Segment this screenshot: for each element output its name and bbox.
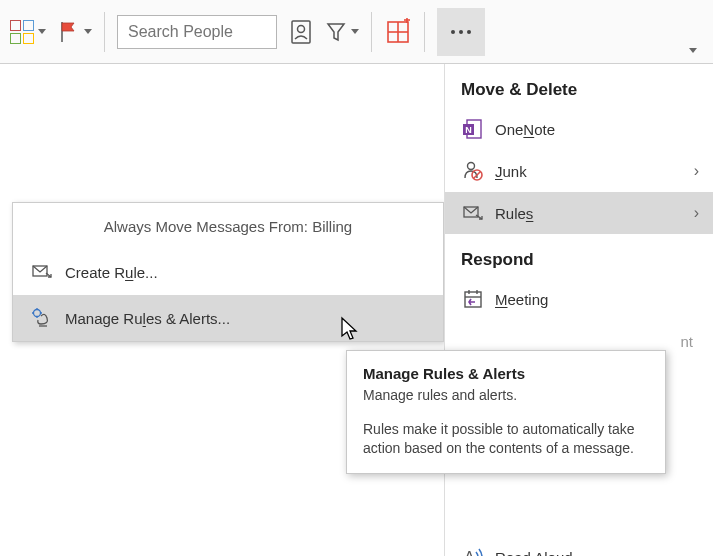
junk-label: Junk: [495, 163, 527, 180]
create-rule-icon: [29, 263, 55, 281]
ribbon-divider: [371, 12, 372, 52]
chevron-right-icon: ›: [694, 162, 699, 180]
menu-item-rules[interactable]: Rules ›: [445, 192, 713, 234]
flag-icon: [58, 20, 80, 44]
ellipsis-icon: [451, 30, 471, 34]
tooltip-line2: Rules make it possible to automatically …: [363, 420, 649, 459]
grid-plus-icon: [384, 18, 412, 46]
svg-text:N: N: [465, 125, 472, 135]
menu-item-onenote[interactable]: N OneNote: [445, 108, 713, 150]
meeting-label: Meeting: [495, 291, 548, 308]
filter-button[interactable]: [319, 12, 365, 52]
create-rule-label: Create Rule...: [65, 264, 158, 281]
overflow-menu: Move & Delete N OneNote Junk › Rules › R…: [444, 64, 713, 556]
rules-icon: [459, 203, 487, 223]
chevron-down-icon: [84, 29, 92, 34]
rules-submenu-header: Always Move Messages From: Billing: [13, 203, 443, 249]
follow-up-flag-button[interactable]: [52, 12, 98, 52]
always-move-label: Always Move Messages From: Billing: [104, 218, 352, 235]
tooltip-line1: Manage rules and alerts.: [363, 386, 649, 406]
ribbon-toolbar: [0, 0, 713, 64]
tooltip-manage-rules: Manage Rules & Alerts Manage rules and a…: [346, 350, 666, 474]
filter-icon: [325, 20, 347, 44]
meeting-icon: [459, 288, 487, 310]
rules-submenu: Always Move Messages From: Billing Creat…: [12, 202, 444, 342]
svg-text:A: A: [464, 549, 475, 556]
manage-rules-icon: [29, 308, 55, 328]
categories-button[interactable]: [4, 12, 52, 52]
ribbon-group-find: [111, 0, 365, 63]
search-people-input[interactable]: [128, 23, 266, 41]
menu-item-read-aloud[interactable]: A Read Aloud: [445, 536, 713, 556]
chevron-down-icon: [38, 29, 46, 34]
search-people-box[interactable]: [117, 15, 277, 49]
svg-rect-17: [465, 292, 481, 307]
svg-point-1: [298, 25, 305, 32]
chevron-right-icon: ›: [694, 204, 699, 222]
read-aloud-icon: A: [459, 546, 487, 556]
immersive-reader-button[interactable]: [378, 12, 418, 52]
address-book-button[interactable]: [283, 12, 319, 52]
categories-icon: [10, 20, 34, 44]
chevron-down-icon: [351, 29, 359, 34]
junk-icon: [459, 160, 487, 182]
create-rule-item[interactable]: Create Rule...: [13, 249, 443, 295]
ribbon-divider: [104, 12, 105, 52]
section-move-delete: Move & Delete: [445, 64, 713, 108]
section-respond: Respond: [445, 234, 713, 278]
ribbon-divider: [424, 12, 425, 52]
tooltip-title: Manage Rules & Alerts: [363, 365, 649, 382]
collapse-ribbon-button[interactable]: [689, 48, 697, 53]
manage-rules-alerts-item[interactable]: Manage Rules & Alerts...: [13, 295, 443, 341]
address-book-icon: [289, 19, 313, 45]
ribbon-group-tags: [4, 0, 98, 63]
onenote-label: OneNote: [495, 121, 555, 138]
manage-rules-label: Manage Rules & Alerts...: [65, 310, 230, 327]
read-aloud-label: Read Aloud: [495, 549, 573, 557]
menu-item-junk[interactable]: Junk ›: [445, 150, 713, 192]
rules-label: Rules: [495, 205, 533, 222]
ribbon-overflow-button[interactable]: [437, 8, 485, 56]
svg-point-8: [34, 310, 41, 317]
onenote-icon: N: [459, 118, 487, 140]
svg-point-13: [468, 163, 475, 170]
ribbon-group-immersive: [378, 0, 418, 63]
menu-item-meeting[interactable]: Meeting: [445, 278, 713, 320]
partial-label: nt: [680, 333, 693, 350]
